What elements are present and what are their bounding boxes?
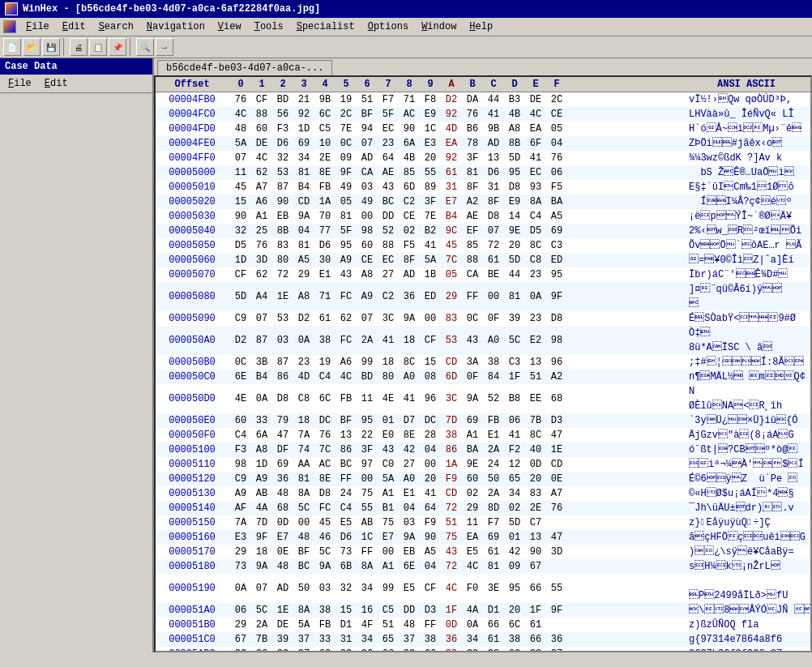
menu-item-tools[interactable]: Tools xyxy=(248,19,290,34)
hex-row[interactable]: 00004FC04C8856926C2CBF5FACE99276414B4CCE… xyxy=(156,107,810,122)
hex-byte: 9B xyxy=(316,92,334,107)
hex-row[interactable]: 000050601D3D80A530A9CEEC8F5A7C88615DC8ED… xyxy=(156,253,810,267)
hex-byte: 51 xyxy=(358,92,376,107)
hex-byte: 8F xyxy=(485,195,502,209)
hex-row[interactable]: 00005140AF4A685CFCC455B1046472298D022E76… xyxy=(156,501,810,515)
hex-row[interactable]: 000051900A07AD5003323499E5CF4CF03E956655… xyxy=(156,574,810,603)
case-menu-edit[interactable]: Edit xyxy=(38,76,75,91)
hex-byte: 38 xyxy=(316,333,334,348)
menu-item-edit[interactable]: Edit xyxy=(56,19,92,34)
hex-rows-container[interactable]: 00004FB076CFBD219B1951F771F8D2DA44B3DE2C… xyxy=(156,92,810,651)
menu-item-specialist[interactable]: Specialist xyxy=(290,19,361,34)
hex-byte: 38 xyxy=(485,355,502,370)
hex-row[interactable]: 000051A0065C1E8A381516C5DDD31F4AD1201F9F… xyxy=(156,603,810,618)
hex-byte: 05 xyxy=(548,122,566,136)
hex-row[interactable]: 000050C06EB4864DC44CBD80A0086D0F841F51A2… xyxy=(156,370,810,384)
hex-byte: D8 xyxy=(316,486,334,501)
hex-row[interactable]: 00005000116253818E9FCAAE85556181D695EC06… xyxy=(156,165,810,180)
hex-row[interactable]: 0000504032258B04775F985202B29CEF079ED569… xyxy=(156,224,810,238)
menu-item-help[interactable]: Help xyxy=(463,19,499,34)
hex-row[interactable]: 000050805DA41EA871FCA9C236ED29FF00810A9F… xyxy=(156,282,810,311)
hex-byte: DC xyxy=(421,413,439,428)
col-header-0: 0 xyxy=(232,79,250,90)
menu-item-window[interactable]: Window xyxy=(415,19,463,34)
hex-byte: 76 xyxy=(548,501,566,515)
hex-byte: 00 xyxy=(421,311,439,326)
hex-row[interactable]: 00005130A9AB488AD82475A1E141CD022A3483A7… xyxy=(156,486,810,501)
hex-byte: A9 xyxy=(337,253,355,267)
hex-row[interactable]: 00005160E39FE74846D61CE79A9075EA69011347… xyxy=(156,530,810,545)
hex-row[interactable]: 000051507A7D0D0045E5AB7503F95111F75DC7z}… xyxy=(156,515,810,530)
hex-row[interactable]: 0000501045A787B4FB4903436D89318F31D893F5… xyxy=(156,180,810,195)
hex-byte: 21 xyxy=(295,92,313,107)
row-offset: 00005080 xyxy=(156,289,229,304)
hex-byte: E7 xyxy=(379,530,397,545)
case-menu-file[interactable]: File xyxy=(2,76,38,91)
row-offset: 000051A0 xyxy=(156,603,229,618)
hex-row[interactable]: 0000502015A690CD1A0549BCC23FE7A28FE98ABA… xyxy=(156,195,810,209)
menu-item-navigation[interactable]: Navigation xyxy=(140,19,212,34)
hex-byte: 81 xyxy=(464,165,481,180)
hex-byte: 37 xyxy=(548,647,566,651)
new-btn[interactable]: 📄 xyxy=(3,38,21,56)
hex-byte: 72 xyxy=(442,559,460,574)
goto-btn[interactable]: → xyxy=(156,38,173,56)
hex-byte: 47 xyxy=(548,428,566,443)
hex-row[interactable]: 000051D032363237623236663366393938633337… xyxy=(156,647,810,651)
hex-byte: 88 xyxy=(253,107,271,122)
hex-byte: 23 xyxy=(379,136,397,151)
hex-byte: 49 xyxy=(358,195,376,209)
hex-byte: CF xyxy=(232,267,250,282)
hex-row[interactable]: 000050F0C46A477A761322E08E2838A1E1418C47… xyxy=(156,428,810,443)
menu-item-options[interactable]: Options xyxy=(361,19,415,34)
row-ascii: E§‡´ûICm‰11Øõ xyxy=(682,180,810,195)
hex-row[interactable]: 00005180739A48BC9A6B8AA16E04724C810967s… xyxy=(156,559,810,574)
hex-row[interactable]: 00005120C9A936818EFF005AA020F9605065200E… xyxy=(156,472,810,486)
hex-row[interactable]: 00005050D5768381D6956088F541458572208CC3… xyxy=(156,238,810,253)
search-btn[interactable]: 🔍 xyxy=(136,38,154,56)
hex-row[interactable]: 00004FF0074C32342E09AD644B20923F135D4176… xyxy=(156,151,810,165)
menu-item-view[interactable]: View xyxy=(212,19,248,34)
hex-byte: DD xyxy=(400,603,418,618)
print-btn[interactable]: 🖨 xyxy=(70,38,88,56)
open-btn[interactable]: 📂 xyxy=(23,38,41,56)
hex-byte: 03 xyxy=(316,581,334,596)
file-tab[interactable]: b56cde4f-be03-4d07-a0ca-... xyxy=(157,60,332,75)
hex-byte: 5A xyxy=(379,472,397,486)
hex-byte: A2 xyxy=(464,195,481,209)
hex-byte: 01 xyxy=(506,530,524,545)
hex-byte: 13 xyxy=(527,530,545,545)
hex-byte: C2 xyxy=(400,195,418,209)
hex-row[interactable]: 000050A0D287030A38FC2A4118CF5343A05CE298… xyxy=(156,326,810,355)
hex-row[interactable]: 000051C0677B3937333134653738363461386636… xyxy=(156,632,810,647)
paste-btn[interactable]: 📌 xyxy=(109,38,126,56)
hex-row[interactable]: 0000517029180EBF5C73FF00EBA543E56142903D… xyxy=(156,545,810,559)
hex-row[interactable]: 0000503090A1EB9A708100DDCE7EB4AED814C4A5… xyxy=(156,209,810,224)
col-header-9: 9 xyxy=(421,79,439,90)
hex-row[interactable]: 00005110981D69AAACBC97C027001A9E24120DCD… xyxy=(156,457,810,472)
menu-item-file[interactable]: File xyxy=(19,19,56,34)
hex-byte: 79 xyxy=(274,413,292,428)
hex-row[interactable]: 000050D04E0AD8C86CFB114E41963C9A52B8EE68… xyxy=(156,384,810,413)
row-hex-bytes: C90753D26162073C9A00830C0F3923D8 xyxy=(229,311,682,326)
hex-row[interactable]: 00004FE05ADED669100C07236AE3EA78AD8B6F04… xyxy=(156,136,810,151)
hex-byte: 27 xyxy=(400,457,418,472)
save-btn[interactable]: 💾 xyxy=(42,38,60,56)
hex-byte: 43 xyxy=(379,443,397,457)
hex-byte: A7 xyxy=(548,486,566,501)
hex-row[interactable]: 00005100F3A8DF747C863F43420486BA2AF2401E… xyxy=(156,443,810,457)
hex-row[interactable]: 00004FB076CFBD219B1951F771F8D2DA44B3DE2C… xyxy=(156,92,810,107)
hex-byte: 8E xyxy=(400,428,418,443)
row-ascii: 2627b26f3f998c37 xyxy=(682,647,810,651)
copy-btn[interactable]: 📋 xyxy=(89,38,107,56)
hex-row[interactable]: 00005090C90753D26162073C9A00830C0F3923D8… xyxy=(156,311,810,326)
row-offset: 00004FF0 xyxy=(156,151,229,165)
hex-byte: E9 xyxy=(506,195,524,209)
hex-row[interactable]: 000051B0292ADE5AFBD14F5148FF0D0A666C61z)… xyxy=(156,618,810,632)
hex-row[interactable]: 00004FD04860F31DC57E94EC901C4DB69BA8EA05… xyxy=(156,122,810,136)
hex-row[interactable]: 00005070CF627229E143A827AD1B05CABE442395… xyxy=(156,267,810,282)
hex-row[interactable]: 000050B00C3B872319A699188C15CD3A38C31396… xyxy=(156,355,810,370)
hex-row[interactable]: 000050E060337918DCBF9501D7DC7D69FB067BD3… xyxy=(156,413,810,428)
menu-item-search[interactable]: Search xyxy=(92,19,140,34)
hex-byte: 8A xyxy=(295,486,313,501)
